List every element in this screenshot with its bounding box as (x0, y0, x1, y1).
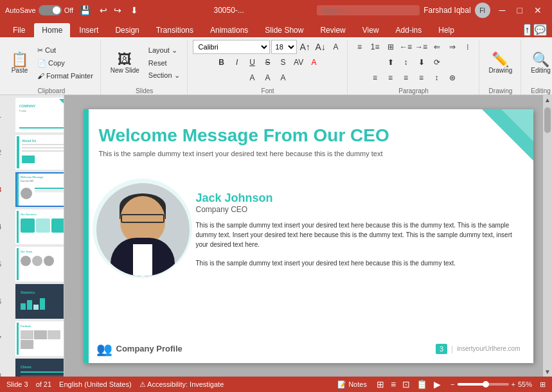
tab-view[interactable]: View (355, 23, 387, 37)
sorter-view-button[interactable]: ⊡ (400, 379, 412, 389)
columns-button[interactable]: ⫶ (461, 40, 475, 54)
scroll-down-arrow[interactable]: ▼ (543, 367, 552, 377)
slide-thumbnail-6[interactable]: Statistics (15, 284, 64, 319)
save-button[interactable]: 💾 (77, 4, 93, 17)
normal-view-button[interactable]: ⊞ (375, 379, 386, 389)
center-button[interactable]: ≡ (384, 71, 398, 85)
footer-page-number: 3 (436, 344, 447, 354)
zoom-out-button[interactable]: − (450, 380, 454, 388)
footer-company-name: Company Profile (116, 344, 183, 353)
zoom-slider[interactable] (458, 383, 509, 386)
slide-thumbnail-1[interactable]: COMPANY Profile (15, 98, 64, 132)
slide-thumb-wrapper-4: 4 Our Services (3, 209, 61, 244)
tab-review[interactable]: Review (312, 23, 353, 37)
format-painter-button[interactable]: 🖌 Format Painter (34, 70, 96, 82)
zoom-percent[interactable]: 55% (518, 380, 532, 388)
reading-view-button[interactable]: ▶ (432, 379, 443, 389)
underline-button[interactable]: U (245, 55, 260, 69)
scroll-thumb[interactable] (544, 107, 551, 133)
close-button[interactable]: ✕ (529, 4, 547, 17)
font-family-dropdown[interactable]: Calibri (193, 40, 270, 54)
rtl-button[interactable]: ⇐ (430, 40, 444, 54)
language-label: English (United States) (59, 380, 132, 388)
autosave-toggle[interactable] (39, 5, 62, 15)
slide-thumbnail-7[interactable]: Portfolio (15, 321, 64, 356)
highlight-row: A A A (245, 71, 290, 85)
tab-design[interactable]: Design (107, 23, 147, 37)
copy-button[interactable]: 📄 Copy (34, 57, 96, 69)
shadow-button[interactable]: S (276, 55, 290, 69)
convert-smartart-button[interactable]: ⊛ (445, 71, 459, 85)
paste-button[interactable]: 📋 Paste (6, 50, 33, 76)
align-right-button[interactable]: ≡ (399, 71, 413, 85)
thumb-content-1: COMPANY Profile (17, 99, 64, 131)
undo-button[interactable]: ↩ (97, 4, 110, 17)
share-icon[interactable]: ↑ (524, 24, 531, 36)
slide-number-3: 3 (0, 186, 1, 193)
accessibility-label[interactable]: ⚠ Accessibility: Investigate (139, 380, 224, 389)
font-size-2-button[interactable]: A (245, 71, 260, 85)
drawing-button[interactable]: ✏️ Drawing (485, 50, 517, 76)
slide-thumbnail-2[interactable]: About Us (15, 135, 64, 170)
cut-button[interactable]: ✂ Cut (34, 44, 96, 57)
tab-transitions[interactable]: Transitions (148, 23, 201, 37)
align-middle-button[interactable]: ↕ (399, 55, 413, 69)
bullets-button[interactable]: ≡ (353, 40, 367, 54)
italic-button[interactable]: I (230, 55, 244, 69)
autosave-off-label: Off (64, 6, 73, 14)
tab-addins[interactable]: Add-ins (388, 23, 430, 37)
strikethrough-button[interactable]: S (261, 55, 275, 69)
notes-view-button[interactable]: 📋 (414, 379, 429, 389)
decrease-font-button[interactable]: A↓ (314, 40, 328, 54)
slide-thumb-wrapper-1: 1 COMPANY Profile (3, 98, 61, 132)
slide-number-5: 5 (0, 261, 1, 268)
customize-qat-button[interactable]: ⬇ (128, 4, 141, 17)
ltr-button[interactable]: ⇒ (445, 40, 459, 54)
slide-thumbnail-5[interactable]: Our Team (15, 247, 64, 281)
numbering-button[interactable]: 1≡ (368, 40, 382, 54)
notes-button[interactable]: 📝 Notes (337, 380, 367, 389)
tab-help[interactable]: Help (431, 23, 462, 37)
highlight-button[interactable]: A (276, 71, 290, 85)
layout-button[interactable]: Layout ⌄ (145, 44, 183, 57)
new-slide-button[interactable]: 🖼 New Slide (106, 50, 144, 76)
minimize-button[interactable]: ─ (494, 4, 511, 17)
bold-button[interactable]: B (215, 55, 229, 69)
justify-button[interactable]: ≡ (414, 71, 429, 85)
reset-button[interactable]: Reset (145, 57, 183, 69)
tab-file[interactable]: File (5, 23, 33, 37)
outline-button[interactable]: ⊞ (384, 40, 398, 54)
slide-thumbnail-3[interactable]: Welcome Message From Our CEO (15, 172, 64, 207)
line-spacing-button[interactable]: ↕ (430, 71, 444, 85)
editing-icon: 🔍 (532, 53, 549, 67)
maximize-button[interactable]: □ (512, 4, 528, 17)
tab-animations[interactable]: Animations (202, 23, 256, 37)
char-spacing-button[interactable]: AV (292, 55, 306, 69)
outline-view-button[interactable]: ≡ (389, 379, 398, 389)
align-left-button[interactable]: ≡ (368, 71, 382, 85)
redo-button[interactable]: ↪ (111, 4, 124, 17)
font-size-3-button[interactable]: A (261, 71, 275, 85)
text-direction-button[interactable]: ⟳ (430, 55, 444, 69)
increase-indent-button[interactable]: →≡ (414, 40, 429, 54)
slide-canvas[interactable]: Welcome Message From Our CEO This is the… (84, 109, 533, 363)
decrease-indent-button[interactable]: ←≡ (399, 40, 413, 54)
comment-icon[interactable]: 💬 (533, 24, 547, 36)
align-top-button[interactable]: ⬆ (384, 55, 398, 69)
search-input[interactable] (317, 5, 420, 15)
tab-slideshow[interactable]: Slide Show (257, 23, 311, 37)
tab-home[interactable]: Home (34, 23, 70, 37)
fit-to-window-button[interactable]: ⊞ (540, 380, 546, 389)
slide-thumbnail-8[interactable]: Clients (15, 359, 64, 377)
editing-button[interactable]: 🔍 Editing (526, 50, 552, 76)
increase-font-button[interactable]: A↑ (298, 40, 312, 54)
font-size-dropdown[interactable]: 18 (271, 40, 297, 54)
align-bottom-button[interactable]: ⬇ (414, 55, 429, 69)
zoom-in-button[interactable]: + (512, 380, 515, 388)
tab-insert[interactable]: Insert (71, 23, 106, 37)
clear-format-button[interactable]: A (329, 40, 343, 54)
slide-thumbnail-4[interactable]: Our Services (15, 209, 64, 244)
scroll-up-arrow[interactable]: ▲ (543, 95, 552, 105)
section-button[interactable]: Section ⌄ (145, 69, 183, 82)
font-color-button[interactable]: A (307, 55, 321, 69)
